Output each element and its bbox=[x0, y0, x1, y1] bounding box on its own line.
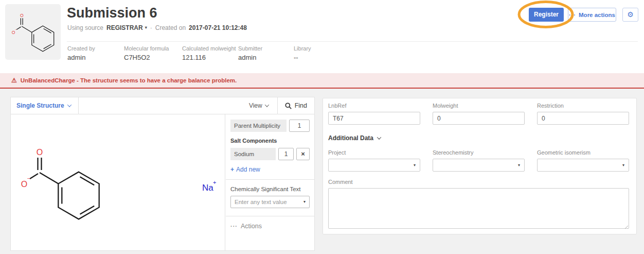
page-header: O O − Submission 6 Using source REGISTRA… bbox=[0, 0, 644, 73]
find-label: Find bbox=[295, 102, 307, 109]
stereochemistry-dropdown[interactable]: ▾ bbox=[433, 159, 525, 172]
caret-down-icon: ▾ bbox=[414, 163, 416, 167]
remove-salt-button[interactable]: × bbox=[296, 148, 310, 160]
warning-banner: ⚠ UnBalancedCharge - The structure seems… bbox=[0, 73, 644, 89]
search-icon bbox=[285, 103, 292, 109]
cst-placeholder: Enter any text value bbox=[235, 199, 287, 205]
comment-label: Comment bbox=[328, 179, 629, 185]
meta-calculated-molweight: Calculated molweight 121.116 bbox=[182, 45, 238, 61]
restriction-input[interactable] bbox=[537, 112, 629, 125]
salt-multiplicity-input[interactable] bbox=[278, 148, 294, 160]
field-geometric-isomerism: Geometric isomerism ▾ bbox=[537, 149, 629, 172]
actions-label: Actions bbox=[241, 223, 262, 230]
additional-data-toggle[interactable]: Additional Data bbox=[328, 134, 629, 142]
chevron-down-icon bbox=[264, 103, 269, 107]
source-dropdown[interactable]: REGISTRAR ▾ bbox=[106, 24, 147, 31]
field-restriction: Restriction bbox=[537, 103, 629, 125]
parent-multiplicity-label: Parent Multiplicity bbox=[230, 120, 287, 132]
caret-down-icon: ▾ bbox=[518, 163, 520, 167]
components-panel: Parent Multiplicity Salt Components Sodi… bbox=[226, 114, 314, 250]
geometric-isomerism-dropdown[interactable]: ▾ bbox=[537, 159, 629, 172]
ellipsis-icon: ··· bbox=[230, 223, 238, 229]
actions-menu[interactable]: ··· Actions bbox=[230, 223, 310, 230]
more-actions-label: More actions bbox=[579, 12, 615, 18]
created-on-label: Created on bbox=[155, 24, 186, 31]
field-lnbref: LnbRef bbox=[328, 103, 420, 125]
structure-thumbnail: O O − bbox=[5, 4, 61, 60]
divider bbox=[226, 216, 314, 216]
structure-card: Single Structure View Find Na + bbox=[10, 97, 315, 251]
source-value: REGISTRAR bbox=[106, 24, 143, 31]
comment-textarea[interactable] bbox=[328, 188, 629, 229]
structure-canvas[interactable]: Na + bbox=[11, 114, 225, 250]
structure-mode-dropdown[interactable]: Single Structure bbox=[11, 97, 79, 114]
salt-component-row: Sodium × bbox=[230, 148, 310, 160]
page-title: Submission 6 bbox=[67, 5, 157, 21]
cst-label: Chemically Significant Text bbox=[230, 186, 310, 192]
metadata-row: Created by admin Molecular formula C7H5O… bbox=[67, 45, 340, 61]
stereochemistry-label: Stereochemistry bbox=[433, 149, 525, 156]
chevron-down-icon bbox=[377, 135, 381, 139]
molweight-input[interactable] bbox=[433, 112, 525, 125]
meta-created-by: Created by admin bbox=[67, 45, 124, 61]
find-button[interactable]: Find bbox=[278, 97, 314, 114]
project-dropdown[interactable]: ▾ bbox=[328, 159, 420, 172]
header-divider bbox=[67, 41, 638, 42]
view-label: View bbox=[249, 102, 262, 109]
meta-library: Library -- bbox=[294, 45, 340, 61]
sodium-atom-label: Na bbox=[202, 183, 213, 193]
caret-down-icon: ▾ bbox=[303, 200, 306, 204]
add-new-label: Add new bbox=[236, 166, 260, 173]
meta-molecular-formula: Molecular formula C7H5O2 bbox=[124, 45, 182, 61]
lnbref-label: LnbRef bbox=[328, 103, 420, 109]
field-stereochemistry: Stereochemistry ▾ bbox=[433, 149, 525, 172]
meta-submitter: Submitter admin bbox=[238, 45, 294, 61]
settings-button[interactable]: ⚙ bbox=[622, 8, 638, 22]
field-project: Project ▾ bbox=[328, 149, 420, 172]
details-card: LnbRef Molweight Restriction Additional … bbox=[323, 98, 637, 234]
register-button[interactable]: Register bbox=[529, 8, 564, 22]
molweight-label: Molweight bbox=[433, 103, 525, 109]
submission-subline: Using source REGISTRAR ▾ · Created on 20… bbox=[67, 24, 247, 31]
structure-panel-header: Single Structure View Find bbox=[11, 97, 314, 114]
caret-down-icon: ▾ bbox=[145, 26, 147, 30]
parent-multiplicity-input[interactable] bbox=[289, 120, 310, 132]
salt-components-heading: Salt Components bbox=[230, 138, 310, 144]
add-new-salt-link[interactable]: + Add new bbox=[230, 166, 310, 173]
restriction-label: Restriction bbox=[537, 103, 629, 109]
structure-mode-label: Single Structure bbox=[16, 102, 64, 109]
more-actions-button[interactable]: ··· More actions bbox=[568, 8, 616, 22]
warning-icon: ⚠ bbox=[11, 77, 17, 83]
plus-charge-label: + bbox=[213, 179, 216, 185]
benzoate-structure-drawing: Na + bbox=[11, 114, 225, 250]
plus-icon: + bbox=[230, 166, 234, 173]
using-source-label: Using source bbox=[67, 24, 103, 31]
view-dropdown[interactable]: View bbox=[240, 97, 278, 114]
cst-combobox[interactable]: Enter any text value ▾ bbox=[230, 196, 310, 208]
benzoate-thumbnail-drawing: O O − bbox=[5, 4, 61, 60]
close-icon: × bbox=[301, 150, 305, 158]
field-molweight: Molweight bbox=[433, 103, 525, 125]
gear-icon: ⚙ bbox=[627, 10, 634, 19]
ellipsis-icon: ··· bbox=[569, 12, 576, 18]
lnbref-input[interactable] bbox=[328, 112, 420, 125]
additional-data-label: Additional Data bbox=[328, 134, 373, 142]
caret-down-icon: ▾ bbox=[622, 163, 624, 167]
salt-name: Sodium bbox=[230, 148, 276, 160]
divider bbox=[226, 179, 314, 180]
project-label: Project bbox=[328, 149, 420, 156]
geometric-isomerism-label: Geometric isomerism bbox=[537, 149, 629, 156]
created-on-value: 2017-07-21 10:12:48 bbox=[189, 24, 247, 31]
warning-text: UnBalancedCharge - The structure seems t… bbox=[21, 77, 237, 83]
chevron-down-icon bbox=[67, 103, 71, 107]
dot-separator: · bbox=[150, 24, 152, 31]
